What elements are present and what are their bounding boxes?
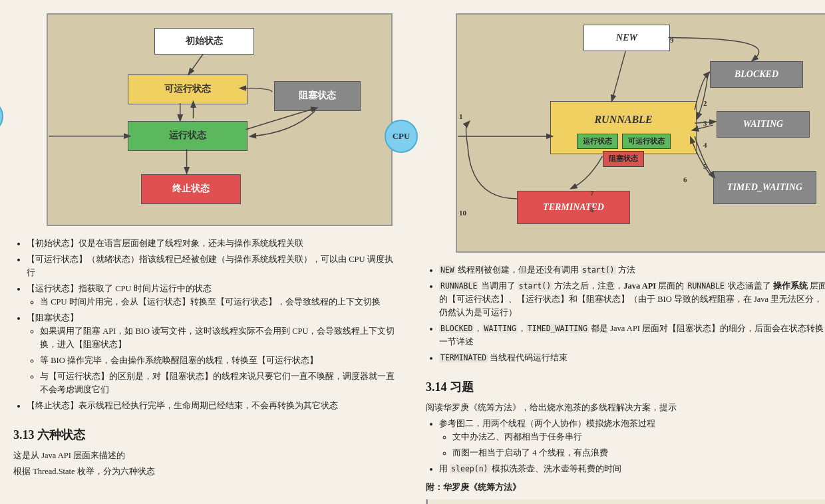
list-item-runnable: RUNNABLE 当调用了 start() 方法之后，注意，Java API 层…: [439, 279, 825, 319]
cpu-circle-right: CPU: [385, 120, 418, 153]
list-item: 文中办法乙、丙都相当于任务串行: [452, 430, 825, 443]
left-text-section: 【初始状态】仅是在语言层面创建了线程对象，还未与操作系统线程关联 【可运行状态】…: [7, 237, 406, 412]
section-613-sub1: 这是从 Java API 层面来描述的: [13, 449, 399, 462]
cpu-circle-left: CPU: [0, 100, 3, 133]
list-item-terminated: TERMINATED 当线程代码运行结束: [439, 351, 825, 364]
section-614-note: 附：华罗庚《统筹方法》: [426, 481, 825, 494]
arrow-num-8: 8: [590, 204, 594, 216]
arrow-num-5: 5: [703, 161, 707, 173]
list-item: 当 CPU 时间片用完，会从【运行状态】转换至【可运行状态】，会导致线程的上下文…: [40, 295, 399, 309]
section-614-intro: 阅读华罗庚《统筹方法》，给出烧水泡茶的多线程解决方案，提示: [426, 401, 825, 414]
list-item: 参考图二，用两个线程（两个人协作）模拟烧水泡茶过程 文中办法乙、丙都相当于任务串…: [439, 417, 825, 459]
list-item: 【运行状态】指获取了 CPU 时间片运行中的状态 当 CPU 时间片用完，会从【…: [27, 282, 399, 309]
quote-box: 统筹方法，是一种安排工作进程的数学方法。它的实用范围极广泛，在企业管理和基本建设…: [426, 499, 825, 504]
list-item: 等 BIO 操作完毕，会由操作系统唤醒阻塞的线程，转换至【可运行状态】: [40, 354, 399, 367]
left-bullet-list: 【初始状态】仅是在语言层面创建了线程对象，还未与操作系统线程关联 【可运行状态】…: [27, 237, 399, 412]
state-blocked: 阻塞状态: [274, 81, 361, 111]
state-terminated-right: TERMINATED: [517, 191, 630, 224]
list-item: 【阻塞状态】 如果调用了阻塞 API，如 BIO 读写文件，这时该线程实际不会用…: [27, 311, 399, 396]
arrow-num-9: 9: [670, 35, 674, 47]
arrow-num-1: 1: [459, 111, 463, 123]
section-614: 3.14 习题 阅读华罗庚《统筹方法》，给出烧水泡茶的多线程解决方案，提示 参考…: [419, 378, 825, 504]
section-title-613: 3.13 六种状态: [13, 426, 399, 445]
state-running: 运行状态: [128, 121, 248, 151]
state-blocked-right: BLOCKED: [710, 61, 803, 88]
right-text-section: NEW 线程刚被创建，但是还没有调用 start() 方法 RUNNABLE 当…: [419, 263, 825, 364]
left-column: CPU 初始状态 可运行状态 运行状态 阻塞状态 终止状态: [7, 7, 406, 504]
section-614-bullets: 参考图二，用两个线程（两个人协作）模拟烧水泡茶过程 文中办法乙、丙都相当于任务串…: [439, 417, 825, 475]
state-waiting: WAITING: [717, 111, 810, 138]
left-state-diagram: 初始状态 可运行状态 运行状态 阻塞状态 终止状态: [47, 13, 393, 226]
right-state-diagram: NEW BLOCKED RUNNABLE 运行状态 可运行状态: [456, 13, 825, 253]
state-terminated: 终止状态: [141, 174, 241, 204]
list-item-blocked: BLOCKED，WAITING，TIMED_WAITING 都是 Java AP…: [439, 322, 825, 348]
svg-line-5: [613, 51, 626, 98]
arrow-num-4: 4: [703, 140, 707, 152]
list-item: 与【可运行状态】的区别是，对【阻塞状态】的线程来说只要它们一直不唤醒，调度器就一…: [40, 370, 399, 396]
list-item: 而图一相当于启动了 4 个线程，有点浪费: [452, 446, 825, 459]
section-613-sub2: 根据 Thread.State 枚举，分为六种状态: [13, 465, 399, 478]
list-item: 用 sleep(n) 模拟洗茶壶、洗水壶等耗费的时间: [439, 462, 825, 475]
arrow-num-10: 10: [459, 207, 466, 219]
arrow-num-3: 3: [703, 118, 707, 130]
svg-line-0: [190, 54, 204, 72]
state-new: NEW: [583, 25, 670, 51]
state-initial: 初始状态: [154, 28, 254, 55]
list-item: 【初始状态】仅是在语言层面创建了线程对象，还未与操作系统线程关联: [27, 237, 399, 250]
state-runnable-right: [550, 101, 697, 154]
right-column: CPU NEW BLOCKED RUNNABLE 运行状态: [419, 7, 825, 504]
state-runnable: 可运行状态: [128, 74, 248, 104]
list-item: 【终止状态】表示线程已经执行完毕，生命周期已经结束，不会再转换为其它状态: [27, 399, 399, 412]
list-item: 【可运行状态】（就绪状态）指该线程已经被创建（与操作系统线程关联），可以由 CP…: [27, 253, 399, 279]
section-title-614: 3.14 习题: [426, 378, 825, 397]
right-bullet-list: NEW 线程刚被创建，但是还没有调用 start() 方法 RUNNABLE 当…: [439, 263, 825, 364]
list-item: 如果调用了阻塞 API，如 BIO 读写文件，这时该线程实际不会用到 CPU，会…: [40, 324, 399, 351]
arrow-num-7: 7: [590, 188, 594, 199]
section-613: 3.13 六种状态 这是从 Java API 层面来描述的 根据 Thread.…: [7, 426, 406, 478]
arrow-num-2: 2: [703, 98, 707, 110]
arrow-num-6: 6: [683, 174, 687, 186]
list-item-new: NEW 线程刚被创建，但是还没有调用 start() 方法: [439, 263, 825, 277]
state-timed-waiting: TIMED_WAITING: [713, 171, 816, 204]
